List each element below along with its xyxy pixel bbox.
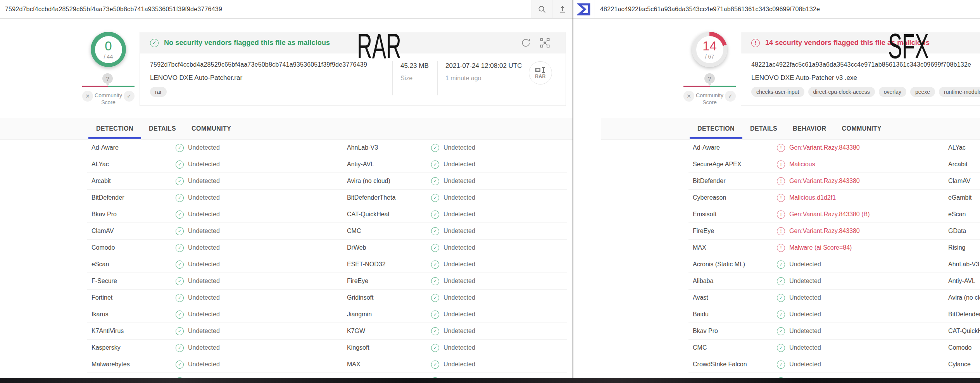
downvote-button[interactable]: ✕	[683, 91, 694, 102]
detection-result: Undetected	[431, 160, 567, 169]
engine-name: ALYac	[948, 144, 980, 151]
engine-name: Malwarebytes	[91, 361, 176, 368]
status-icon	[431, 277, 439, 285]
upvote-button[interactable]: ✓	[124, 91, 135, 102]
report-content: 14 / 67 ? ✕ Community	[601, 32, 980, 383]
engine-name: MAX	[693, 244, 777, 251]
report-panel: 0 / 44 ? ✕ Community	[0, 0, 573, 383]
engine-name: Antiy-AVL	[347, 161, 431, 168]
result-text: Undetected	[188, 328, 220, 335]
result-text: Undetected	[188, 294, 220, 301]
search-button[interactable]	[532, 0, 552, 18]
detection-row: CrowdStrike Falcon Undetected Cylance	[688, 356, 980, 373]
detection-result: Undetected	[431, 144, 567, 152]
format-watermark: RAR	[357, 33, 401, 59]
status-icon	[777, 361, 785, 369]
engine-name: Fortinet	[91, 294, 176, 301]
result-text: Undetected	[443, 344, 475, 351]
status-icon	[431, 244, 439, 252]
tab-community[interactable]: COMMUNITY	[192, 118, 231, 139]
detection-result: Undetected	[176, 311, 347, 319]
detection-result: Undetected	[176, 327, 347, 335]
community-label-line1: Community	[95, 92, 122, 98]
community-score-bar	[82, 86, 135, 87]
detection-result: Undetected	[176, 361, 347, 369]
downvote-button[interactable]: ✕	[82, 91, 93, 102]
detection-result: Undetected	[777, 311, 948, 319]
detection-row: Comodo Undetected DrWeb Undetected	[87, 240, 567, 256]
community-score-widget: ? ✕ Community Score ✓	[683, 86, 736, 106]
engine-name: Ad-Aware	[693, 144, 777, 151]
report-header: 14 / 67 ? ✕ Community	[601, 32, 980, 106]
result-text: Undetected	[443, 244, 475, 251]
result-text: Gen:Variant.Razy.843380	[789, 178, 860, 185]
detection-result: Undetected	[176, 344, 347, 352]
engine-name: Cylance	[948, 361, 980, 368]
detection-result: Undetected	[431, 294, 567, 302]
status-icon	[431, 144, 439, 152]
similarity-icon[interactable]	[540, 38, 550, 48]
tab-details[interactable]: DETAILS	[750, 118, 777, 139]
detection-result: Gen:Variant.Razy.843380	[777, 227, 948, 235]
detection-result: Undetected	[176, 227, 347, 235]
report-content: 0 / 44 ? ✕ Community	[0, 32, 573, 383]
file-tag[interactable]: rar	[150, 87, 167, 97]
tab-details[interactable]: DETAILS	[149, 118, 176, 139]
community-label-line1: Community	[696, 92, 723, 98]
engine-name: eScan	[948, 211, 980, 218]
dual-virustotal-view: 0 / 44 ? ✕ Community	[0, 0, 980, 383]
upvote-button[interactable]: ✓	[725, 91, 736, 102]
detection-result: Undetected	[431, 261, 567, 269]
engine-name: BitDefenderTheta	[347, 194, 431, 201]
detection-row: BitDefender Gen:Variant.Razy.843380 Clam…	[688, 173, 980, 190]
tab-behavior[interactable]: BEHAVIOR	[793, 118, 826, 139]
status-icon	[777, 294, 785, 302]
virustotal-logo-button[interactable]	[573, 0, 595, 18]
file-tag[interactable]: checks-user-input	[751, 87, 804, 97]
tab-community[interactable]: COMMUNITY	[842, 118, 882, 139]
status-icon	[176, 160, 184, 169]
file-tag[interactable]: peexe	[910, 87, 935, 97]
detection-result: Undetected	[176, 261, 347, 269]
status-icon	[176, 177, 184, 185]
detection-table: Ad-Aware Gen:Variant.Razy.843380 ALYac S…	[688, 140, 980, 383]
status-icon	[176, 227, 184, 235]
result-text: Gen:Variant.Razy.843380 (B)	[789, 211, 870, 218]
result-text: Malicious	[789, 161, 815, 168]
file-size-block: 45.23 MB Size	[393, 61, 437, 97]
engine-name: Avira (no cloud)	[948, 294, 980, 301]
search-input[interactable]	[595, 0, 980, 18]
community-bar-negative	[683, 86, 710, 87]
header-actions	[521, 32, 550, 53]
detection-row: Ad-Aware Undetected AhnLab-V3 Undetected	[87, 140, 567, 156]
question-pin[interactable]: ?	[102, 73, 113, 84]
search-input[interactable]	[0, 0, 531, 18]
result-text: Undetected	[789, 311, 821, 318]
tab-detection[interactable]: DETECTION	[697, 118, 735, 139]
result-text: Undetected	[789, 344, 821, 351]
detection-result: Undetected	[431, 277, 567, 285]
search-icon	[537, 5, 547, 14]
status-icon	[431, 327, 439, 335]
reanalyze-icon[interactable]	[521, 38, 531, 48]
detection-row: Baidu Undetected BitDefenderTheta	[688, 306, 980, 323]
community-bar-positive	[108, 86, 135, 87]
file-tag[interactable]: overlay	[879, 87, 906, 97]
status-icon	[176, 344, 184, 352]
community-vote-row: ✕ Community Score ✓	[82, 91, 135, 106]
question-pin[interactable]: ?	[704, 73, 715, 84]
engine-name: Bkav Pro	[693, 328, 777, 335]
tab-detection[interactable]: DETECTION	[96, 118, 133, 139]
community-bar-negative	[82, 86, 108, 87]
result-text: Undetected	[789, 328, 821, 335]
detection-table: Ad-Aware Undetected AhnLab-V3 Undetected…	[87, 140, 567, 383]
engine-name: CMC	[347, 228, 431, 235]
status-icon	[431, 194, 439, 202]
detection-row: FireEye Gen:Variant.Razy.843380 GData	[688, 223, 980, 240]
upload-button[interactable]	[552, 0, 573, 18]
detection-result: Undetected	[176, 144, 347, 152]
status-icon	[431, 261, 439, 269]
file-tag[interactable]: runtime-modules	[939, 87, 980, 97]
file-tag[interactable]: direct-cpu-clock-access	[808, 87, 875, 97]
detection-row: Avast Undetected Avira (no cloud)	[688, 290, 980, 306]
